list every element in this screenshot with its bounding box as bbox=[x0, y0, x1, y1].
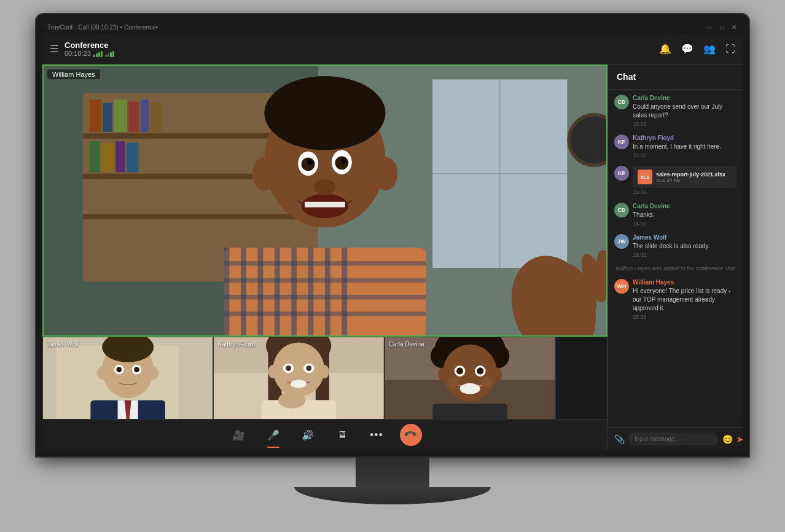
mic-button[interactable]: 🎤 bbox=[262, 424, 284, 446]
fullscreen-icon[interactable]: ⛶ bbox=[725, 44, 735, 55]
svg-rect-6 bbox=[103, 103, 112, 132]
svg-rect-7 bbox=[114, 100, 127, 132]
msg-time-4: 15:02 bbox=[633, 221, 736, 227]
svg-point-48 bbox=[252, 157, 276, 190]
chat-icon[interactable]: 💬 bbox=[681, 43, 693, 55]
end-call-button[interactable]: 📞 bbox=[396, 420, 427, 450]
svg-rect-27 bbox=[275, 248, 280, 337]
thumbnail-carla[interactable]: Carla Devine bbox=[385, 337, 555, 420]
svg-point-91 bbox=[477, 367, 483, 374]
svg-rect-47 bbox=[305, 202, 345, 208]
svg-point-62 bbox=[97, 366, 106, 380]
avatar-kathryn-1: KF bbox=[614, 135, 629, 149]
file-attachment[interactable]: XLS sales-report-july-2021.xlsx XLS 24 K… bbox=[633, 166, 736, 188]
svg-point-92 bbox=[459, 383, 480, 394]
main-video-svg bbox=[42, 65, 607, 337]
notifications-icon[interactable]: 🔔 bbox=[659, 43, 671, 55]
signal-bar-2 bbox=[96, 53, 98, 57]
chat-header: Chat bbox=[608, 65, 743, 90]
thumbnail-empty bbox=[555, 337, 607, 420]
camera-button[interactable]: 🎥 bbox=[228, 424, 250, 446]
svg-point-74 bbox=[307, 366, 312, 371]
close-button[interactable]: ✕ bbox=[730, 23, 738, 31]
svg-point-77 bbox=[320, 365, 329, 378]
svg-rect-24 bbox=[224, 248, 230, 337]
avatar-carla-2: CD bbox=[614, 203, 629, 217]
chat-message-3-file: KF XLS sales-report-july-2021.xlsx XLS 2… bbox=[614, 166, 736, 195]
chat-input[interactable] bbox=[628, 432, 719, 445]
speaker-button[interactable]: 🔊 bbox=[297, 424, 319, 446]
call-timer-text: 00:10:23 bbox=[64, 50, 91, 57]
screen-share-button[interactable]: 🖥 bbox=[331, 424, 353, 446]
chat-message-1: CD Carla Devine Could anyone send over o… bbox=[614, 95, 736, 127]
svg-point-49 bbox=[373, 157, 397, 190]
system-message: William Hayes was added to the conferenc… bbox=[614, 265, 736, 272]
svg-rect-34 bbox=[224, 295, 426, 300]
msg-sender-1: Carla Devine bbox=[633, 95, 736, 101]
signal-bar-1 bbox=[93, 55, 95, 57]
msg-text-2: In a moment, I have it right here. bbox=[633, 143, 736, 151]
svg-point-76 bbox=[268, 365, 278, 378]
more-button[interactable]: ••• bbox=[365, 424, 388, 446]
msg-text-4: Thanks. bbox=[633, 211, 736, 219]
svg-rect-13 bbox=[115, 141, 125, 172]
msg-content-3: XLS sales-report-july-2021.xlsx XLS 24 K… bbox=[633, 166, 736, 195]
svg-point-69 bbox=[273, 342, 325, 396]
svg-point-94 bbox=[492, 367, 501, 381]
thumb-person-james bbox=[43, 337, 213, 419]
titlebar-controls: — □ ✕ bbox=[706, 23, 738, 31]
thumb-svg-james bbox=[43, 337, 213, 419]
file-size: XLS 24 KB bbox=[656, 178, 732, 183]
signal-bar-6 bbox=[107, 53, 109, 57]
svg-point-78 bbox=[278, 392, 305, 409]
attach-button[interactable]: 📎 bbox=[614, 434, 625, 444]
titlebar: TrueConf - Call (00:10:23) • Conference•… bbox=[42, 20, 743, 34]
monitor: TrueConf - Call (00:10:23) • Conference•… bbox=[36, 14, 749, 518]
svg-point-43 bbox=[335, 156, 348, 170]
thumbnail-kathryn[interactable]: Kathryn Floyd bbox=[213, 337, 384, 420]
send-button[interactable]: ➤ bbox=[736, 434, 743, 444]
emoji-button[interactable]: 😊 bbox=[722, 434, 733, 444]
msg-content-5: James Wolf The slide deck is also ready.… bbox=[633, 234, 736, 258]
msg-sender-4: Carla Devine bbox=[633, 203, 736, 209]
svg-rect-25 bbox=[241, 248, 246, 337]
participants-icon[interactable]: 👥 bbox=[703, 43, 716, 55]
maximize-button[interactable]: □ bbox=[718, 23, 725, 31]
msg-sender-7: William Hayes bbox=[633, 279, 736, 286]
svg-point-22 bbox=[264, 76, 385, 150]
thumb-name-kathryn: Kathryn Floyd bbox=[217, 341, 256, 348]
thumbnail-james[interactable]: James Wolf bbox=[42, 337, 213, 420]
controls-bar: 🎥 🎤 🔊 🖥 ••• 📞 bbox=[42, 420, 607, 450]
svg-point-42 bbox=[302, 157, 315, 171]
svg-point-93 bbox=[438, 367, 447, 381]
msg-content-1: Carla Devine Could anyone send over our … bbox=[633, 95, 736, 127]
msg-content-7: William Hayes Hi everyone! The price lis… bbox=[633, 279, 736, 320]
app-container: ☰ Conference 00:10:23 bbox=[42, 34, 743, 450]
svg-rect-31 bbox=[342, 248, 347, 337]
file-icon: XLS bbox=[638, 170, 652, 184]
signal-bar-3 bbox=[98, 52, 100, 57]
avatar-william-1: WH bbox=[614, 279, 629, 294]
thumb-person-carla bbox=[385, 337, 555, 419]
svg-point-63 bbox=[149, 366, 158, 380]
svg-rect-9 bbox=[141, 100, 149, 132]
monitor-screen: TrueConf - Call (00:10:23) • Conference•… bbox=[42, 20, 743, 450]
svg-rect-11 bbox=[90, 141, 100, 172]
svg-point-61 bbox=[134, 367, 139, 372]
monitor-stand-neck bbox=[356, 456, 429, 487]
thumb-name-james: James Wolf bbox=[47, 341, 79, 348]
chat-messages[interactable]: CD Carla Devine Could anyone send over o… bbox=[608, 90, 743, 427]
chat-panel: Chat CD Carla Devine Could anyone send o… bbox=[607, 65, 743, 450]
msg-text-7: Hi everyone! The price list is ready - o… bbox=[633, 287, 736, 313]
msg-sender-5: James Wolf bbox=[633, 234, 736, 241]
svg-point-90 bbox=[456, 367, 463, 374]
svg-rect-26 bbox=[257, 248, 263, 337]
svg-rect-87 bbox=[432, 404, 507, 419]
header-left: ☰ Conference 00:10:23 bbox=[50, 41, 659, 57]
hamburger-icon[interactable]: ☰ bbox=[50, 43, 58, 55]
minimize-button[interactable]: — bbox=[706, 23, 713, 31]
msg-text-5: The slide deck is also ready. bbox=[633, 242, 736, 251]
svg-rect-5 bbox=[90, 100, 102, 132]
msg-time-3: 15:02 bbox=[633, 189, 736, 195]
thumb-person-kathryn bbox=[214, 337, 383, 419]
